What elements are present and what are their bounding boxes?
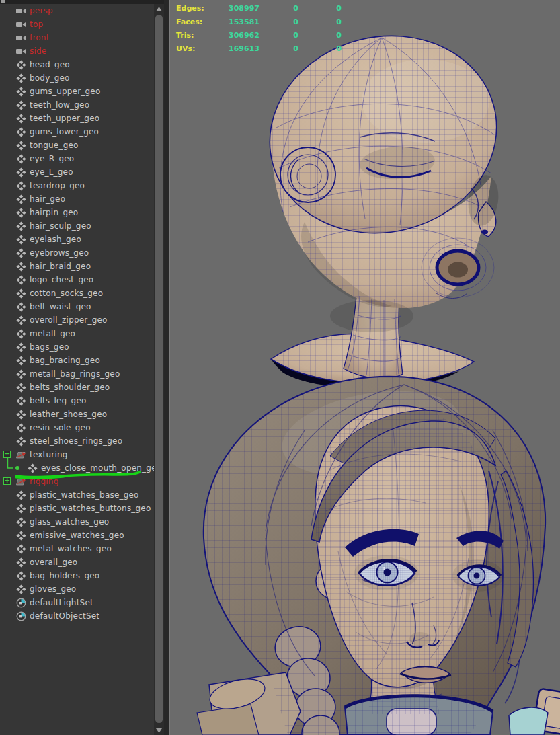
outliner-item-plastic_watches_base_geo[interactable]: plastic_watches_base_geo [0, 488, 154, 502]
hud-col3: 0 [298, 31, 342, 40]
mesh-icon [15, 73, 26, 83]
outliner-item-tongue_geo[interactable]: tongue_geo [0, 139, 154, 152]
collapse-toggle-icon[interactable]: − [3, 451, 11, 458]
outliner-item-hairpin_geo[interactable]: hairpin_geo [0, 206, 154, 219]
outliner-item-bags_geo[interactable]: bags_geo [0, 340, 154, 354]
outliner-item-body_geo[interactable]: body_geo [0, 71, 154, 85]
outliner-item-leather_shoes_geo[interactable]: leather_shoes_geo [0, 408, 154, 421]
mesh-icon [15, 328, 26, 339]
outliner-item-label: eyelash_geo [30, 235, 81, 244]
outliner-item-label: plastic_watches_base_geo [30, 490, 139, 500]
outliner-item-eye_R_geo[interactable]: eye_R_geo [0, 152, 154, 165]
hud-label: Edges: [176, 4, 218, 13]
outliner-item-hair_braid_geo[interactable]: hair_braid_geo [0, 260, 154, 273]
outliner-item-eyebrows_geo[interactable]: eyebrows_geo [0, 246, 154, 260]
scrollbar-thumb[interactable] [155, 15, 163, 723]
outliner-item-label: resin_sole_geo [30, 423, 91, 432]
outliner-item-rigging[interactable]: +rigging [0, 475, 154, 488]
outliner-item-eyelash_geo[interactable]: eyelash_geo [0, 233, 154, 246]
outliner-item-label: bag_holders_geo [30, 571, 99, 580]
outliner-item-eyes_close_mouth_open_geo[interactable]: eyes_close_mouth_open_geo [0, 461, 154, 475]
hud-value: 169613 [218, 44, 259, 53]
outliner-item-label: texturing [30, 450, 68, 459]
outliner-item-gums_upper_geo[interactable]: gums_upper_geo [0, 85, 154, 98]
mesh-icon [15, 167, 26, 178]
outliner-panel: persptopfrontsidehead_geobody_geogums_up… [0, 0, 164, 735]
hud-value: 306962 [218, 31, 259, 40]
panel-corner-glyph [1, 0, 5, 3]
outliner-item-steel_shoes_rings_geo[interactable]: steel_shoes_rings_geo [0, 434, 154, 448]
outliner-item-persp[interactable]: persp [0, 4, 154, 17]
scrollbar-down-arrow-icon[interactable] [154, 726, 164, 735]
mesh-icon [15, 234, 26, 245]
mesh-icon [15, 113, 26, 124]
outliner-item-defaultObjectSet[interactable]: defaultObjectSet [0, 609, 154, 623]
outliner-item-eye_L_geo[interactable]: eye_L_geo [0, 165, 154, 179]
outliner-item-teeth_low_geo[interactable]: teeth_low_geo [0, 98, 154, 112]
mesh-icon [15, 221, 26, 231]
outliner-item-belt_waist_geo[interactable]: belt_waist_geo [0, 300, 154, 313]
mesh-icon [15, 436, 26, 447]
outliner-item-belts_leg_geo[interactable]: belts_leg_geo [0, 394, 154, 408]
outliner-item-gums_lower_geo[interactable]: gums_lower_geo [0, 125, 154, 139]
outliner-item-hair_sculp_geo[interactable]: hair_sculp_geo [0, 219, 154, 233]
outliner-item-texturing[interactable]: −texturing [0, 448, 154, 461]
outliner-item-label: body_geo [30, 73, 70, 83]
outliner-item-top[interactable]: top [0, 17, 154, 31]
outliner-item-cotton_socks_geo[interactable]: cotton_socks_geo [0, 286, 154, 300]
outliner-item-label: belt_waist_geo [30, 302, 91, 311]
outliner-item-label: hair_braid_geo [30, 262, 91, 271]
outliner-item-label: teeth_low_geo [30, 100, 89, 110]
mesh-icon [15, 274, 26, 285]
mesh-icon [15, 207, 26, 218]
viewport-canvas[interactable] [170, 0, 560, 735]
mesh-icon [15, 557, 26, 568]
outliner-item-label: hair_sculp_geo [30, 221, 91, 231]
hud-row-faces: Faces: 153581 0 0 [176, 15, 342, 28]
outliner-item-overall_geo[interactable]: overall_geo [0, 555, 154, 569]
polycount-hud: Edges: 308997 0 0 Faces: 153581 0 0 Tris… [176, 1, 342, 55]
panel-divider[interactable] [164, 0, 170, 735]
outliner-item-bag_bracing_geo[interactable]: bag_bracing_geo [0, 354, 154, 367]
outliner-item-label: head_geo [30, 60, 70, 69]
outliner-scrollbar[interactable] [154, 4, 164, 735]
outliner-item-label: eyebrows_geo [30, 248, 89, 258]
outliner-item-emissive_watches_geo[interactable]: emissive_watches_geo [0, 529, 154, 542]
hud-value: 153581 [218, 17, 259, 26]
outliner-item-label: hairpin_geo [30, 208, 78, 217]
expand-toggle-icon[interactable]: + [3, 477, 11, 485]
hud-label: UVs: [176, 44, 218, 53]
outliner-item-teeth_upper_geo[interactable]: teeth_upper_geo [0, 112, 154, 125]
mesh-icon [15, 194, 26, 204]
viewport-panel[interactable]: Edges: 308997 0 0 Faces: 153581 0 0 Tris… [170, 0, 560, 735]
hud-row-tris: Tris: 306962 0 0 [176, 28, 342, 42]
outliner-item-resin_sole_geo[interactable]: resin_sole_geo [0, 421, 154, 434]
objectset-icon [15, 597, 26, 608]
outliner-item-plastic_watches_buttons_geo[interactable]: plastic_watches_buttons_geo [0, 502, 154, 515]
mesh-icon [27, 463, 38, 473]
hud-row-edges: Edges: 308997 0 0 [176, 1, 342, 15]
outliner-item-gloves_geo[interactable]: gloves_geo [0, 582, 154, 596]
camera-icon [15, 46, 26, 56]
mesh-icon [15, 342, 26, 352]
outliner-item-teardrop_geo[interactable]: teardrop_geo [0, 179, 154, 192]
outliner-item-label: tongue_geo [30, 141, 79, 150]
outliner-item-metal_watches_geo[interactable]: metal_watches_geo [0, 542, 154, 555]
outliner-item-bag_holders_geo[interactable]: bag_holders_geo [0, 569, 154, 582]
outliner-item-belts_shoulder_geo[interactable]: belts_shoulder_geo [0, 381, 154, 394]
outliner-item-head_geo[interactable]: head_geo [0, 58, 154, 71]
outliner-item-metall_geo[interactable]: metall_geo [0, 327, 154, 340]
outliner-item-label: overall_geo [30, 557, 77, 567]
outliner-item-overoll_zipper_geo[interactable]: overoll_zipper_geo [0, 313, 154, 327]
outliner-item-defaultLightSet[interactable]: defaultLightSet [0, 596, 154, 609]
outliner-item-side[interactable]: side [0, 44, 154, 58]
outliner-item-label: emissive_watches_geo [30, 531, 124, 540]
outliner-item-label: bag_bracing_geo [30, 356, 100, 365]
hud-row-uvs: UVs: 169613 0 0 [176, 42, 342, 55]
outliner-item-hair_geo[interactable]: hair_geo [0, 192, 154, 206]
outliner-item-glass_watches_geo[interactable]: glass_watches_geo [0, 515, 154, 529]
outliner-item-logo_chest_geo[interactable]: logo_chest_geo [0, 273, 154, 286]
outliner-item-front[interactable]: front [0, 31, 154, 44]
scrollbar-up-arrow-icon[interactable] [154, 4, 164, 13]
outliner-item-metall_bag_rings_geo[interactable]: metall_bag_rings_geo [0, 367, 154, 381]
